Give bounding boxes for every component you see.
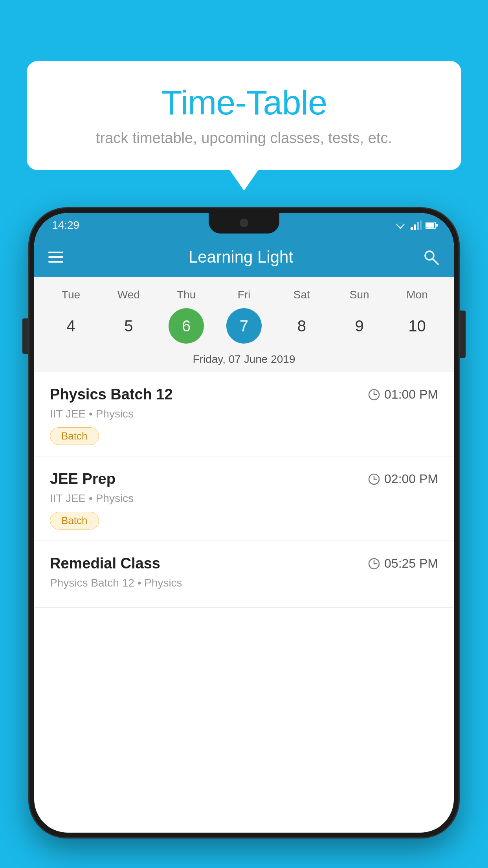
schedule-item-header-1: JEE Prep 02:00 PM [50, 471, 438, 487]
page-subtitle: track timetable, upcoming classes, tests… [50, 130, 438, 147]
date-6-today[interactable]: 6 [169, 308, 204, 344]
speech-bubble: Time-Table track timetable, upcoming cla… [27, 61, 461, 170]
svg-rect-9 [436, 224, 438, 227]
clock-icon-0 [368, 388, 380, 401]
app-toolbar: Learning Light [34, 237, 454, 277]
phone-frame: 14:29 [29, 208, 459, 868]
svg-rect-4 [414, 224, 416, 230]
date-7-selected[interactable]: 7 [226, 308, 262, 344]
page-title: Time-Table [50, 83, 438, 123]
calendar-dates: 4 5 6 7 8 9 10 [34, 305, 454, 350]
svg-rect-3 [411, 227, 413, 230]
date-4[interactable]: 4 [53, 308, 88, 344]
phone-outer: 14:29 [29, 208, 459, 837]
schedule-item-time-0: 01:00 PM [368, 387, 438, 402]
battery-icon [426, 221, 438, 229]
schedule-item-title-2: Remedial Class [50, 555, 160, 572]
svg-line-11 [433, 259, 438, 264]
date-8[interactable]: 8 [284, 308, 319, 344]
status-icons [394, 221, 438, 230]
phone-screen: 14:29 [34, 213, 454, 833]
schedule-item-0[interactable]: Physics Batch 12 01:00 PM IIT JEE • Phys… [34, 372, 454, 456]
schedule-item-time-1: 02:00 PM [368, 472, 438, 486]
schedule-item-title-0: Physics Batch 12 [50, 386, 173, 403]
svg-rect-8 [426, 223, 434, 228]
calendar-section: Tue Wed Thu Fri Sat Sun Mon 4 5 6 7 8 9 … [34, 277, 454, 372]
day-name-1: Wed [111, 289, 146, 301]
schedule-list: Physics Batch 12 01:00 PM IIT JEE • Phys… [34, 372, 454, 608]
schedule-item-2[interactable]: Remedial Class 05:25 PM Physics Batch 12… [34, 541, 454, 608]
wifi-icon [394, 221, 407, 230]
toolbar-title: Learning Light [71, 248, 411, 267]
date-5[interactable]: 5 [111, 308, 146, 344]
schedule-item-1[interactable]: JEE Prep 02:00 PM IIT JEE • Physics Batc… [34, 456, 454, 541]
day-name-6: Mon [399, 289, 435, 301]
batch-badge-0: Batch [50, 427, 99, 445]
svg-point-10 [425, 251, 434, 260]
day-name-3: Fri [226, 289, 262, 301]
calendar-days-header: Tue Wed Thu Fri Sat Sun Mon [34, 285, 454, 305]
schedule-item-header-0: Physics Batch 12 01:00 PM [50, 386, 438, 403]
search-icon[interactable] [422, 248, 440, 266]
day-name-2: Thu [169, 289, 204, 301]
signal-icon [411, 221, 422, 230]
status-time: 14:29 [52, 219, 79, 232]
schedule-item-subtitle-1: IIT JEE • Physics [50, 492, 438, 505]
phone-camera [240, 219, 248, 227]
schedule-item-subtitle-2: Physics Batch 12 • Physics [50, 577, 438, 589]
schedule-item-title-1: JEE Prep [50, 471, 116, 487]
clock-icon-2 [368, 557, 380, 570]
date-9[interactable]: 9 [342, 308, 377, 344]
day-name-5: Sun [342, 289, 377, 301]
svg-rect-5 [417, 222, 419, 230]
batch-badge-1: Batch [50, 512, 99, 530]
date-10[interactable]: 10 [399, 308, 435, 344]
clock-icon-1 [368, 473, 380, 485]
schedule-item-header-2: Remedial Class 05:25 PM [50, 555, 438, 572]
schedule-item-subtitle-0: IIT JEE • Physics [50, 408, 438, 420]
schedule-item-time-2: 05:25 PM [368, 556, 438, 571]
day-name-4: Sat [284, 289, 319, 301]
day-name-0: Tue [53, 289, 88, 301]
menu-button[interactable] [48, 252, 63, 263]
phone-notch [209, 213, 279, 234]
selected-date-label: Friday, 07 June 2019 [34, 350, 454, 372]
svg-rect-6 [420, 221, 422, 230]
